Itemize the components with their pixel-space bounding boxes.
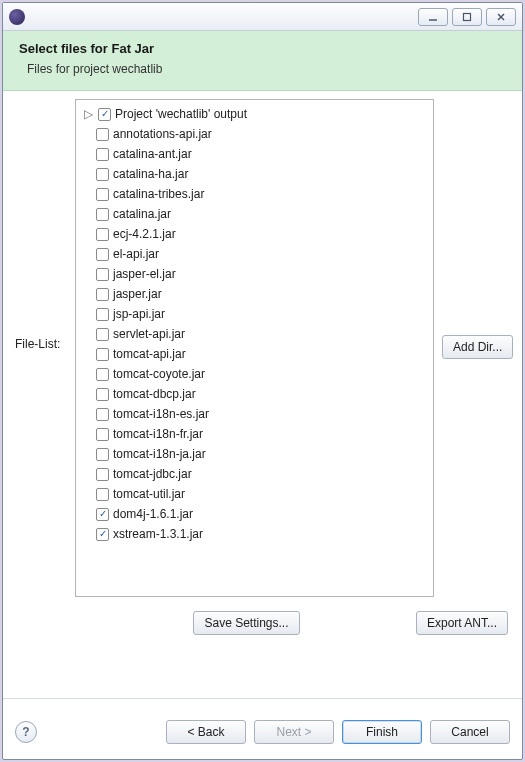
close-button[interactable] <box>486 8 516 26</box>
checkbox[interactable] <box>96 128 109 141</box>
maximize-icon <box>462 12 472 22</box>
tree-item-label: xstream-1.3.1.jar <box>113 527 203 541</box>
tree-item-label: dom4j-1.6.1.jar <box>113 507 193 521</box>
tree-item[interactable]: ecj-4.2.1.jar <box>78 224 431 244</box>
checkbox[interactable] <box>96 368 109 381</box>
checkbox[interactable] <box>96 348 109 361</box>
tree-item-label: servlet-api.jar <box>113 327 185 341</box>
checkbox[interactable] <box>98 108 111 121</box>
tree-item-label: tomcat-jdbc.jar <box>113 467 192 481</box>
tree-item[interactable]: tomcat-i18n-es.jar <box>78 404 431 424</box>
wizard-body: File-List: ▷Project 'wechatlib' outputan… <box>3 91 522 705</box>
save-settings-button[interactable]: Save Settings... <box>193 611 299 635</box>
tree-item[interactable]: tomcat-jdbc.jar <box>78 464 431 484</box>
footer-separator <box>3 698 522 699</box>
checkbox[interactable] <box>96 148 109 161</box>
tree-item-label: catalina-tribes.jar <box>113 187 204 201</box>
tree-item[interactable]: catalina-ant.jar <box>78 144 431 164</box>
tree-item-label: ecj-4.2.1.jar <box>113 227 176 241</box>
expand-icon[interactable]: ▷ <box>82 107 94 121</box>
checkbox[interactable] <box>96 288 109 301</box>
tree-item-label: catalina-ant.jar <box>113 147 192 161</box>
tree-item-label: el-api.jar <box>113 247 159 261</box>
tree-item[interactable]: tomcat-util.jar <box>78 484 431 504</box>
tree-item[interactable]: tomcat-i18n-fr.jar <box>78 424 431 444</box>
tree-item-label: Project 'wechatlib' output <box>115 107 247 121</box>
tree-item[interactable]: tomcat-i18n-ja.jar <box>78 444 431 464</box>
checkbox[interactable] <box>96 168 109 181</box>
help-button[interactable]: ? <box>15 721 37 743</box>
tree-item[interactable]: tomcat-api.jar <box>78 344 431 364</box>
header-title: Select files for Fat Jar <box>19 41 506 56</box>
checkbox[interactable] <box>96 528 109 541</box>
checkbox[interactable] <box>96 448 109 461</box>
tree-item[interactable]: jasper.jar <box>78 284 431 304</box>
tree-item[interactable]: catalina-ha.jar <box>78 164 431 184</box>
titlebar <box>3 3 522 31</box>
minimize-icon <box>428 12 438 22</box>
finish-button[interactable]: Finish <box>342 720 422 744</box>
checkbox[interactable] <box>96 468 109 481</box>
tree-item[interactable]: tomcat-coyote.jar <box>78 364 431 384</box>
tree-item-label: jsp-api.jar <box>113 307 165 321</box>
tree-item[interactable]: annotations-api.jar <box>78 124 431 144</box>
tree-item-label: annotations-api.jar <box>113 127 212 141</box>
checkbox[interactable] <box>96 228 109 241</box>
export-ant-button[interactable]: Export ANT... <box>416 611 508 635</box>
mid-button-row: Save Settings... Export ANT... <box>15 597 510 641</box>
back-button[interactable]: < Back <box>166 720 246 744</box>
tree-item-label: tomcat-i18n-ja.jar <box>113 447 206 461</box>
checkbox[interactable] <box>96 308 109 321</box>
file-tree[interactable]: ▷Project 'wechatlib' outputannotations-a… <box>75 99 434 597</box>
close-icon <box>496 12 506 22</box>
wizard-header: Select files for Fat Jar Files for proje… <box>3 31 522 91</box>
checkbox[interactable] <box>96 248 109 261</box>
add-dir-button[interactable]: Add Dir... <box>442 335 513 359</box>
tree-item-label: jasper.jar <box>113 287 162 301</box>
checkbox[interactable] <box>96 508 109 521</box>
checkbox[interactable] <box>96 388 109 401</box>
app-icon <box>9 9 25 25</box>
maximize-button[interactable] <box>452 8 482 26</box>
tree-item[interactable]: jasper-el.jar <box>78 264 431 284</box>
minimize-button[interactable] <box>418 8 448 26</box>
tree-item-label: tomcat-i18n-fr.jar <box>113 427 203 441</box>
tree-item[interactable]: el-api.jar <box>78 244 431 264</box>
svg-rect-1 <box>464 13 471 20</box>
tree-item[interactable]: catalina-tribes.jar <box>78 184 431 204</box>
checkbox[interactable] <box>96 328 109 341</box>
tree-item[interactable]: ▷Project 'wechatlib' output <box>78 104 431 124</box>
dialog-window: Select files for Fat Jar Files for proje… <box>2 2 523 760</box>
checkbox[interactable] <box>96 268 109 281</box>
tree-item[interactable]: dom4j-1.6.1.jar <box>78 504 431 524</box>
checkbox[interactable] <box>96 188 109 201</box>
header-subtitle: Files for project wechatlib <box>19 62 506 76</box>
cancel-button[interactable]: Cancel <box>430 720 510 744</box>
svg-text:?: ? <box>22 726 29 738</box>
wizard-footer: ? < Back Next > Finish Cancel <box>3 705 522 759</box>
tree-item[interactable]: jsp-api.jar <box>78 304 431 324</box>
checkbox[interactable] <box>96 428 109 441</box>
file-list-label: File-List: <box>15 99 75 351</box>
tree-item-label: tomcat-util.jar <box>113 487 185 501</box>
tree-item-label: catalina.jar <box>113 207 171 221</box>
checkbox[interactable] <box>96 488 109 501</box>
next-button: Next > <box>254 720 334 744</box>
tree-item[interactable]: tomcat-dbcp.jar <box>78 384 431 404</box>
checkbox[interactable] <box>96 208 109 221</box>
tree-item-label: tomcat-coyote.jar <box>113 367 205 381</box>
tree-item-label: catalina-ha.jar <box>113 167 188 181</box>
tree-item[interactable]: xstream-1.3.1.jar <box>78 524 431 544</box>
checkbox[interactable] <box>96 408 109 421</box>
tree-item-label: jasper-el.jar <box>113 267 176 281</box>
help-icon: ? <box>20 726 32 738</box>
tree-item[interactable]: catalina.jar <box>78 204 431 224</box>
tree-item[interactable]: servlet-api.jar <box>78 324 431 344</box>
tree-item-label: tomcat-i18n-es.jar <box>113 407 209 421</box>
tree-item-label: tomcat-dbcp.jar <box>113 387 196 401</box>
tree-item-label: tomcat-api.jar <box>113 347 186 361</box>
